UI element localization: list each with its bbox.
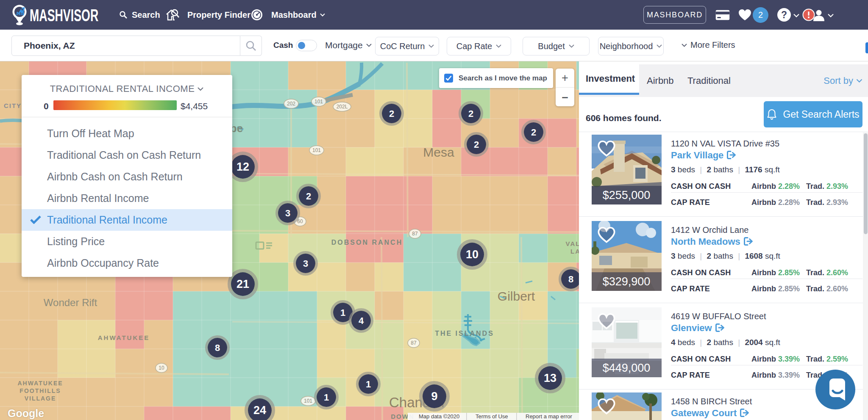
svg-text:101: 101 <box>314 99 323 105</box>
svg-text:AHWATUKEE: AHWATUKEE <box>17 380 63 387</box>
svg-text:LA: LA <box>570 248 579 255</box>
svg-text:1: 1 <box>340 307 345 318</box>
svg-text:2: 2 <box>474 139 479 150</box>
svg-text:21: 21 <box>236 278 249 290</box>
svg-text:$255,000: $255,000 <box>603 189 651 202</box>
svg-text:VILLAGE: VILLAGE <box>25 395 56 402</box>
svg-text:101: 101 <box>312 147 321 153</box>
svg-text:Map data ©2020: Map data ©2020 <box>419 413 459 420</box>
svg-text:3: 3 <box>285 208 290 218</box>
svg-text:1: 1 <box>324 392 329 403</box>
svg-text:$329,900: $329,900 <box>603 275 651 288</box>
svg-text:10: 10 <box>466 248 479 261</box>
svg-text:10: 10 <box>159 365 164 371</box>
svg-text:87: 87 <box>412 231 418 237</box>
svg-text:3: 3 <box>303 258 308 269</box>
svg-text:101: 101 <box>304 398 312 404</box>
svg-text:Google: Google <box>8 407 44 419</box>
svg-text:Wonder Rift: Wonder Rift <box>44 297 97 308</box>
svg-text:AHWATUKEE: AHWATUKEE <box>98 334 150 341</box>
svg-text:Gilbert: Gilbert <box>498 289 535 303</box>
svg-text:9: 9 <box>431 390 437 403</box>
svg-text:2: 2 <box>389 108 394 119</box>
svg-text:MASHVISOR: MASHVISOR <box>30 6 98 25</box>
svg-text:?: ? <box>781 9 787 20</box>
svg-text:THE ISLANDS: THE ISLANDS <box>435 330 494 337</box>
svg-text:24: 24 <box>253 404 266 417</box>
svg-text:DOBSON RANCH: DOBSON RANCH <box>331 239 403 246</box>
svg-text:13: 13 <box>544 372 556 384</box>
svg-text:Report a map error: Report a map error <box>526 413 572 420</box>
svg-text:202L: 202L <box>337 104 348 110</box>
svg-text:8: 8 <box>215 343 220 353</box>
svg-text:2: 2 <box>306 191 311 202</box>
svg-text:12: 12 <box>236 160 249 173</box>
svg-text:87: 87 <box>411 340 417 346</box>
svg-text:8: 8 <box>568 274 573 285</box>
svg-text:VAL: VAL <box>566 240 579 247</box>
svg-text:Terms of Use: Terms of Use <box>476 413 508 420</box>
svg-text:FOOTHILLS: FOOTHILLS <box>19 387 61 394</box>
svg-text:1: 1 <box>366 379 371 390</box>
svg-text:4: 4 <box>359 315 364 326</box>
svg-text:202: 202 <box>287 101 295 107</box>
svg-text:$449,000: $449,000 <box>603 362 651 374</box>
svg-text:Mesa: Mesa <box>423 145 454 159</box>
svg-text:CITY: CITY <box>4 102 22 109</box>
svg-text:2: 2 <box>468 108 473 119</box>
svg-text:2: 2 <box>531 127 536 138</box>
